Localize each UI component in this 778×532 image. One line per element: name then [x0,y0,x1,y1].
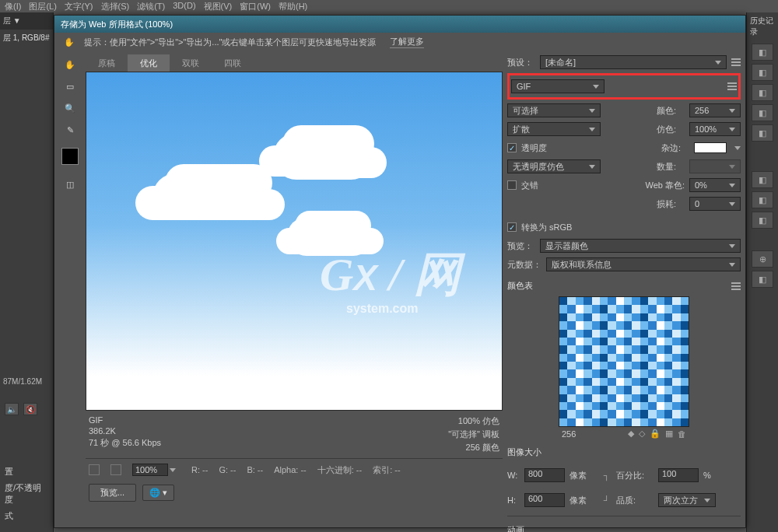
preview-tabs: 原稿 优化 双联 四联 [86,54,503,72]
w-input[interactable] [524,468,565,482]
zoom-field[interactable] [132,464,176,476]
ct-btn-2[interactable]: ◇ [639,429,645,439]
browser-preview-button[interactable]: 🌐 ▾ [142,485,174,501]
w-px: 像素 [569,470,598,481]
readout-g: G: -- [219,465,236,474]
link-icon-2[interactable]: ┘ [602,489,612,511]
trans-dither-select[interactable]: 无透明度仿色 [507,159,601,173]
tab-original[interactable]: 原稿 [86,54,128,72]
panel-a[interactable]: 置 [3,464,50,480]
preview-button[interactable]: 预览... [89,484,136,502]
quality-select[interactable]: 两次立方 [658,493,716,507]
eyedropper-tool[interactable]: ✎ [61,121,79,138]
percent-unit: % [703,471,716,480]
trans-dither-amount-label: 数量: [657,161,685,173]
menu-select[interactable]: 选择(S) [98,0,133,12]
panel-icon-9[interactable]: ⊕ [752,250,773,268]
menu-image[interactable]: 像(I) [2,0,24,12]
hand-tool[interactable]: ✋ [61,56,79,73]
transparency-label: 透明度 [521,142,547,154]
panel-icon-7[interactable]: ◧ [752,191,773,208]
preview-toggle-2[interactable] [110,464,121,475]
info-palette: "可选择" 调板 [448,429,499,440]
percent-label: 百分比: [616,470,654,481]
menu-layer[interactable]: 图层(L) [26,0,59,12]
matte-label: 杂边: [661,142,689,154]
convert-srgb-label: 转换为 sRGB [521,222,572,233]
panel-icon-3[interactable]: ◧ [752,84,773,101]
ct-btn-5[interactable]: 🗑 [678,429,686,439]
preview-select[interactable]: 显示器颜色 [540,239,741,253]
link-icon[interactable]: ┐ [602,464,612,486]
image-size-title: 图像大小 [507,446,741,458]
menu-3d[interactable]: 3D(D) [170,0,198,12]
format-select[interactable]: GIF [511,79,605,93]
hint-text: 提示：使用"文件">"导出">"导出为..."或右键单击某个图层可更快速地导出资… [84,37,376,48]
colors-input[interactable]: 256 [689,103,741,117]
color-table-grid[interactable] [559,296,689,427]
panel-b[interactable]: 度/不透明度 [3,480,50,508]
interlaced-checkbox[interactable] [507,180,517,190]
preview-toggle-1[interactable] [89,464,100,475]
convert-srgb-checkbox[interactable] [507,222,517,232]
panel-menu-icon[interactable] [731,58,741,66]
ct-btn-3[interactable]: 🔒 [650,429,661,439]
dither-amount-input[interactable]: 100% [689,122,741,136]
percent-input[interactable] [658,468,699,482]
reduction-select[interactable]: 可选择 [507,103,601,117]
transparency-checkbox[interactable] [507,143,517,152]
color-table-menu-icon[interactable] [731,282,741,290]
status-bar: R: -- G: -- B: -- Alpha: -- 十六进制: -- 索引:… [86,458,503,481]
w-label: W: [507,471,520,480]
color-table-title: 颜色表 [507,280,533,292]
menu-window[interactable]: 窗口(W) [237,0,274,12]
eyedropper-color[interactable] [61,148,79,165]
dither-select[interactable]: 扩散 [507,122,601,136]
learn-more-link[interactable]: 了解更多 [390,36,424,48]
settings-panel: 预设： [未命名] GIF 可选择 颜色: 256 扩散 仿 [507,54,741,523]
history-panel-title[interactable]: 历史记录 [747,12,778,40]
slice-select-tool[interactable]: ▭ [61,78,79,95]
panel-icon-8[interactable]: ◧ [752,212,773,229]
save-for-web-dialog: 存储为 Web 所用格式 (100%) ✋ 提示：使用"文件">"导出">"导出… [54,15,746,528]
matte-swatch[interactable] [694,142,727,153]
hint-bar: ✋ 提示：使用"文件">"导出">"导出为..."或右键单击某个图层可更快速地导… [54,33,745,51]
color-table-toolbar: 256 ◆ ◇ 🔒 ▦ 🗑 [559,427,689,440]
menu-view[interactable]: 视图(V) [201,0,236,12]
panel-icon-10[interactable]: ◧ [752,271,773,288]
lossy-input[interactable]: 0 [689,197,741,211]
dialog-title: 存储为 Web 所用格式 (100%) [54,16,745,33]
tab-2up[interactable]: 双联 [170,54,212,72]
slice-visibility[interactable]: ◫ [61,176,79,193]
menu-help[interactable]: 帮助(H) [275,0,310,12]
app-menubar[interactable]: 像(I) 图层(L) 文字(Y) 选择(S) 滤镜(T) 3D(D) 视图(V)… [0,0,778,12]
ct-btn-4[interactable]: ▦ [665,429,673,439]
tool-column: ✋ ▭ 🔍 ✎ ◫ [59,54,81,523]
panel-c[interactable]: 式 [3,508,50,524]
menu-filter[interactable]: 滤镜(T) [134,0,168,12]
document-tab[interactable]: 层 1, RGB/8# [0,30,53,47]
dither-amount-label: 仿色: [657,124,685,135]
interlaced-label: 交错 [521,180,538,191]
optimize-menu-icon[interactable] [727,82,737,90]
colors-label: 颜色: [657,105,685,117]
preset-select[interactable]: [未命名] [540,55,727,69]
panel-icon-4[interactable]: ◧ [752,104,773,121]
audio-icons: 🔈🔇 [5,403,37,415]
metadata-select[interactable]: 版权和联系信息 [546,257,741,271]
tab-4up[interactable]: 四联 [212,54,254,72]
tab-optimized[interactable]: 优化 [128,54,170,72]
preview-canvas[interactable]: GX / 网system.com [86,72,503,411]
readout-hex: 十六进制: -- [317,464,362,476]
panel-icon-2[interactable]: ◧ [752,64,773,81]
color-table-count: 256 [562,429,576,439]
panel-icon-1[interactable]: ◧ [752,44,773,61]
ct-btn-1[interactable]: ◆ [628,429,634,439]
websnap-input[interactable]: 0% [689,178,741,192]
h-input[interactable] [524,493,565,507]
panel-icon-6[interactable]: ◧ [752,171,773,188]
info-colors: 256 颜色 [448,442,499,453]
zoom-tool[interactable]: 🔍 [61,100,79,117]
panel-icon-5[interactable]: ◧ [752,124,773,142]
menu-text[interactable]: 文字(Y) [61,0,96,12]
